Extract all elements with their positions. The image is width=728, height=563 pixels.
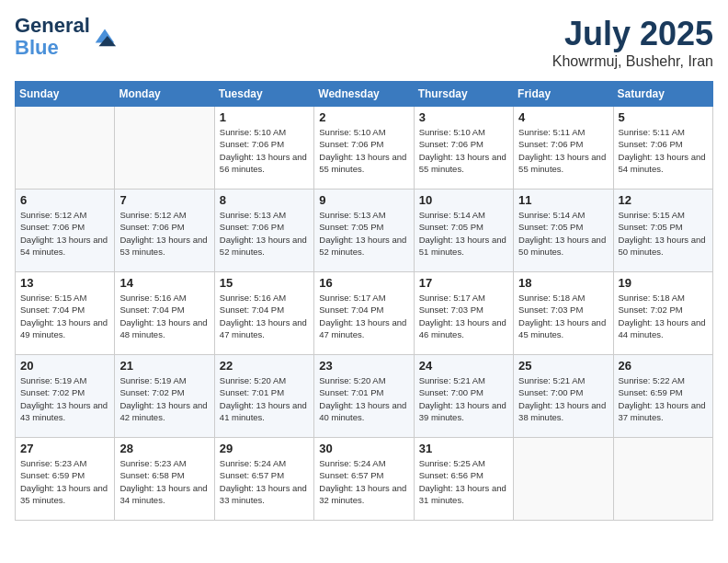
day-info: Sunrise: 5:12 AMSunset: 7:06 PMDaylight:…: [20, 209, 109, 258]
day-cell: 27Sunrise: 5:23 AMSunset: 6:59 PMDayligh…: [16, 438, 115, 521]
day-info: Sunrise: 5:20 AMSunset: 7:01 PMDaylight:…: [319, 374, 408, 423]
day-info: Sunrise: 5:11 AMSunset: 7:06 PMDaylight:…: [619, 126, 708, 175]
day-info: Sunrise: 5:16 AMSunset: 7:04 PMDaylight:…: [119, 292, 209, 340]
day-cell: 30Sunrise: 5:24 AMSunset: 6:57 PMDayligh…: [314, 438, 414, 521]
day-number: 21: [119, 359, 209, 373]
day-info: Sunrise: 5:23 AMSunset: 6:58 PMDaylight:…: [119, 457, 209, 506]
page-header: GeneralBlue July 2025 Khowrmuj, Bushehr,…: [15, 15, 713, 70]
day-cell: 22Sunrise: 5:20 AMSunset: 7:01 PMDayligh…: [214, 355, 313, 438]
day-info: Sunrise: 5:10 AMSunset: 7:06 PMDaylight:…: [419, 126, 508, 175]
day-info: Sunrise: 5:21 AMSunset: 7:00 PMDaylight:…: [419, 374, 508, 423]
day-info: Sunrise: 5:14 AMSunset: 7:05 PMDaylight:…: [419, 209, 508, 258]
calendar-table: SundayMondayTuesdayWednesdayThursdayFrid…: [15, 81, 713, 521]
day-info: Sunrise: 5:12 AMSunset: 7:06 PMDaylight:…: [119, 209, 209, 258]
title-block: July 2025 Khowrmuj, Bushehr, Iran: [552, 15, 713, 70]
day-info: Sunrise: 5:24 AMSunset: 6:57 PMDaylight:…: [220, 457, 309, 506]
header-saturday: Saturday: [613, 82, 712, 107]
day-number: 26: [619, 359, 708, 373]
day-number: 15: [220, 276, 309, 290]
week-row-2: 6Sunrise: 5:12 AMSunset: 7:06 PMDaylight…: [16, 190, 713, 272]
day-info: Sunrise: 5:16 AMSunset: 7:04 PMDaylight:…: [220, 292, 309, 340]
day-cell: [115, 107, 214, 190]
day-cell: 15Sunrise: 5:16 AMSunset: 7:04 PMDayligh…: [214, 272, 313, 355]
day-cell: 4Sunrise: 5:11 AMSunset: 7:06 PMDaylight…: [514, 107, 613, 190]
week-row-3: 13Sunrise: 5:15 AMSunset: 7:04 PMDayligh…: [16, 272, 713, 355]
day-cell: 2Sunrise: 5:10 AMSunset: 7:06 PMDaylight…: [314, 107, 414, 190]
day-cell: 29Sunrise: 5:24 AMSunset: 6:57 PMDayligh…: [214, 438, 313, 521]
day-info: Sunrise: 5:18 AMSunset: 7:02 PMDaylight:…: [619, 292, 708, 340]
day-cell: 5Sunrise: 5:11 AMSunset: 7:06 PMDaylight…: [613, 107, 712, 190]
day-number: 19: [619, 276, 708, 290]
day-number: 28: [119, 442, 209, 455]
header-tuesday: Tuesday: [214, 82, 313, 107]
day-info: Sunrise: 5:15 AMSunset: 7:04 PMDaylight:…: [20, 292, 109, 340]
day-number: 29: [220, 442, 309, 455]
day-number: 23: [319, 359, 408, 373]
day-cell: 7Sunrise: 5:12 AMSunset: 7:06 PMDaylight…: [115, 190, 214, 272]
day-cell: 12Sunrise: 5:15 AMSunset: 7:05 PMDayligh…: [613, 190, 712, 272]
day-number: 6: [20, 193, 109, 207]
day-info: Sunrise: 5:24 AMSunset: 6:57 PMDaylight:…: [319, 457, 408, 506]
header-friday: Friday: [514, 82, 613, 107]
day-cell: 8Sunrise: 5:13 AMSunset: 7:06 PMDaylight…: [214, 190, 313, 272]
header-thursday: Thursday: [414, 82, 513, 107]
day-cell: [613, 438, 712, 521]
day-cell: 1Sunrise: 5:10 AMSunset: 7:06 PMDaylight…: [214, 107, 313, 190]
day-cell: 21Sunrise: 5:19 AMSunset: 7:02 PMDayligh…: [115, 355, 214, 438]
day-number: 27: [20, 442, 109, 455]
day-cell: 13Sunrise: 5:15 AMSunset: 7:04 PMDayligh…: [16, 272, 115, 355]
logo-icon: [92, 24, 118, 50]
day-info: Sunrise: 5:10 AMSunset: 7:06 PMDaylight:…: [319, 126, 408, 175]
logo-text: GeneralBlue: [15, 15, 90, 59]
month-title: July 2025: [552, 15, 713, 53]
week-row-4: 20Sunrise: 5:19 AMSunset: 7:02 PMDayligh…: [16, 355, 713, 438]
day-cell: 25Sunrise: 5:21 AMSunset: 7:00 PMDayligh…: [514, 355, 613, 438]
day-info: Sunrise: 5:23 AMSunset: 6:59 PMDaylight:…: [20, 457, 109, 506]
day-info: Sunrise: 5:17 AMSunset: 7:03 PMDaylight:…: [419, 292, 508, 340]
day-cell: 26Sunrise: 5:22 AMSunset: 6:59 PMDayligh…: [613, 355, 712, 438]
day-cell: [16, 107, 115, 190]
day-cell: 6Sunrise: 5:12 AMSunset: 7:06 PMDaylight…: [16, 190, 115, 272]
day-number: 18: [518, 276, 608, 290]
header-wednesday: Wednesday: [314, 82, 414, 107]
day-cell: 16Sunrise: 5:17 AMSunset: 7:04 PMDayligh…: [314, 272, 414, 355]
day-cell: [514, 438, 613, 521]
day-info: Sunrise: 5:14 AMSunset: 7:05 PMDaylight:…: [518, 209, 608, 258]
day-number: 5: [619, 110, 708, 124]
day-number: 11: [518, 193, 608, 207]
day-cell: 10Sunrise: 5:14 AMSunset: 7:05 PMDayligh…: [414, 190, 513, 272]
day-cell: 24Sunrise: 5:21 AMSunset: 7:00 PMDayligh…: [414, 355, 513, 438]
day-info: Sunrise: 5:21 AMSunset: 7:00 PMDaylight:…: [518, 374, 608, 423]
logo: GeneralBlue: [15, 15, 118, 59]
day-number: 17: [419, 276, 508, 290]
day-number: 9: [319, 193, 408, 207]
day-info: Sunrise: 5:13 AMSunset: 7:06 PMDaylight:…: [220, 209, 309, 258]
day-number: 8: [220, 193, 309, 207]
day-cell: 17Sunrise: 5:17 AMSunset: 7:03 PMDayligh…: [414, 272, 513, 355]
day-number: 14: [119, 276, 209, 290]
day-number: 3: [419, 110, 508, 124]
day-info: Sunrise: 5:25 AMSunset: 6:56 PMDaylight:…: [419, 457, 508, 506]
day-cell: 9Sunrise: 5:13 AMSunset: 7:05 PMDaylight…: [314, 190, 414, 272]
day-cell: 23Sunrise: 5:20 AMSunset: 7:01 PMDayligh…: [314, 355, 414, 438]
day-info: Sunrise: 5:13 AMSunset: 7:05 PMDaylight:…: [319, 209, 408, 258]
day-number: 20: [20, 359, 109, 373]
day-number: 1: [220, 110, 309, 124]
header-sunday: Sunday: [16, 82, 115, 107]
day-info: Sunrise: 5:19 AMSunset: 7:02 PMDaylight:…: [119, 374, 209, 423]
day-number: 10: [419, 193, 508, 207]
day-cell: 11Sunrise: 5:14 AMSunset: 7:05 PMDayligh…: [514, 190, 613, 272]
day-number: 22: [220, 359, 309, 373]
day-number: 12: [619, 193, 708, 207]
day-info: Sunrise: 5:19 AMSunset: 7:02 PMDaylight:…: [20, 374, 109, 423]
day-number: 24: [419, 359, 508, 373]
day-cell: 20Sunrise: 5:19 AMSunset: 7:02 PMDayligh…: [16, 355, 115, 438]
header-row: SundayMondayTuesdayWednesdayThursdayFrid…: [16, 82, 713, 107]
location: Khowrmuj, Bushehr, Iran: [552, 53, 713, 70]
day-number: 13: [20, 276, 109, 290]
day-number: 2: [319, 110, 408, 124]
day-cell: 18Sunrise: 5:18 AMSunset: 7:03 PMDayligh…: [514, 272, 613, 355]
day-number: 25: [518, 359, 608, 373]
day-info: Sunrise: 5:18 AMSunset: 7:03 PMDaylight:…: [518, 292, 608, 340]
week-row-5: 27Sunrise: 5:23 AMSunset: 6:59 PMDayligh…: [16, 438, 713, 521]
